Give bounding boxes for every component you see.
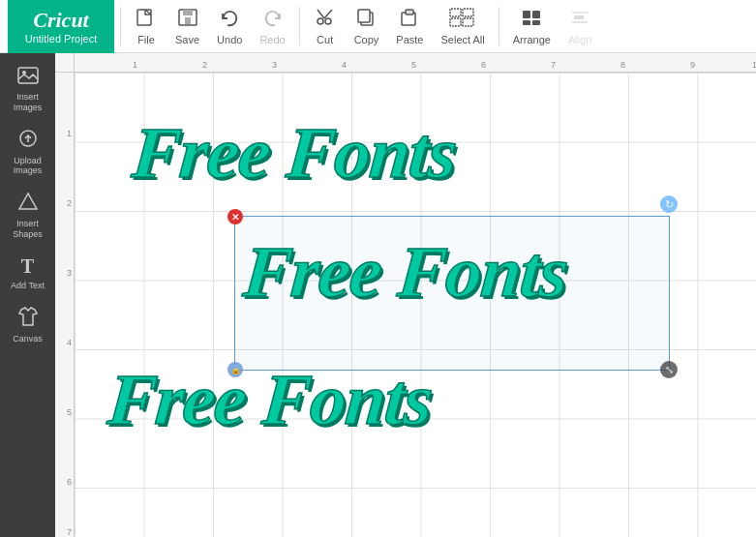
svg-rect-19: [532, 20, 540, 25]
undo-button[interactable]: Undo: [209, 4, 250, 49]
cut-label: Cut: [317, 34, 333, 45]
upload-images-label: Upload Images: [7, 156, 49, 177]
canvas-text-element-1[interactable]: Free Fonts: [129, 111, 459, 194]
insert-images-icon: [17, 67, 39, 89]
svg-marker-27: [19, 194, 37, 209]
separator-2: [299, 7, 300, 45]
sidebar-item-upload-images[interactable]: Upload Images: [3, 123, 53, 183]
separator-3: [499, 7, 499, 45]
canvas-label: Canvas: [13, 334, 43, 344]
svg-rect-14: [450, 18, 461, 26]
svg-rect-3: [185, 17, 191, 24]
file-icon: [136, 8, 157, 32]
canvas-area: 1 2 3 4 5 6 7 8 9 10 1 2 3 4 5 6 7 Free …: [55, 53, 756, 537]
select-all-label: Select All: [441, 34, 485, 45]
ruler-vertical: 1 2 3 4 5 6 7: [55, 73, 75, 537]
svg-rect-12: [450, 9, 461, 16]
svg-rect-16: [523, 11, 530, 18]
copy-button[interactable]: Copy: [347, 4, 387, 49]
canvas-text-element-2[interactable]: Free Fonts: [240, 230, 570, 313]
file-label: File: [137, 34, 155, 45]
insert-shapes-label: Insert Shapes: [7, 219, 49, 240]
cut-icon: [315, 8, 336, 32]
svg-rect-18: [523, 20, 530, 25]
cricut-logo-icon: Cricut: [33, 8, 88, 33]
sidebar-item-add-text[interactable]: T Add Text: [3, 250, 53, 297]
ruler-horizontal: 1 2 3 4 5 6 7 8 9 10: [75, 53, 756, 73]
canvas-grid[interactable]: Free Fonts ✕ ↻ 🔒 ⤡ Free Fonts Free Fonts: [75, 73, 756, 537]
cut-button[interactable]: Cut: [306, 4, 345, 49]
paste-icon: [399, 8, 420, 32]
save-button[interactable]: Save: [167, 4, 207, 49]
redo-button[interactable]: Redo: [252, 4, 292, 49]
undo-label: Undo: [217, 34, 242, 45]
add-text-label: Add Text: [11, 281, 45, 291]
rotate-handle[interactable]: ↻: [660, 195, 678, 213]
arrange-button[interactable]: Arrange: [505, 4, 559, 49]
svg-rect-15: [463, 18, 473, 26]
svg-line-6: [324, 10, 332, 18]
save-label: Save: [175, 34, 199, 45]
svg-rect-21: [574, 15, 584, 19]
paste-button[interactable]: Paste: [388, 4, 431, 49]
insert-shapes-icon: [17, 192, 39, 216]
sidebar-item-insert-images[interactable]: Insert Images: [3, 61, 53, 119]
copy-icon: [356, 8, 378, 32]
redo-icon: [262, 8, 284, 32]
ruler-corner: [55, 53, 75, 73]
main-toolbar: Cricut Untitled Project File Save Undo R…: [0, 0, 756, 53]
project-name-label[interactable]: Untitled Project: [25, 33, 98, 45]
align-icon: [569, 8, 590, 32]
align-button[interactable]: Align: [560, 4, 599, 49]
arrange-label: Arrange: [513, 34, 551, 45]
svg-rect-11: [406, 10, 413, 15]
sidebar-item-insert-shapes[interactable]: Insert Shapes: [3, 186, 53, 246]
select-all-button[interactable]: Select All: [434, 4, 493, 49]
logo-area: Cricut Untitled Project: [8, 0, 114, 53]
arrange-icon: [521, 8, 542, 32]
select-all-icon: [449, 8, 476, 32]
save-icon: [177, 8, 198, 32]
undo-icon: [219, 8, 240, 32]
file-menu-button[interactable]: File: [127, 4, 166, 49]
svg-rect-17: [532, 11, 540, 18]
svg-line-7: [318, 10, 324, 18]
scale-handle[interactable]: ⤡: [660, 361, 678, 378]
separator-1: [120, 7, 121, 45]
svg-rect-13: [463, 9, 473, 16]
copy-label: Copy: [354, 34, 379, 45]
svg-rect-9: [358, 10, 370, 22]
delete-handle[interactable]: ✕: [227, 209, 243, 224]
canvas-text-element-3[interactable]: Free Fonts: [105, 358, 435, 441]
svg-point-5: [325, 18, 331, 24]
align-label: Align: [568, 34, 591, 45]
canvas-icon: [17, 307, 39, 331]
paste-label: Paste: [396, 34, 423, 45]
add-text-icon: T: [21, 255, 34, 278]
left-sidebar: Insert Images Upload Images Insert Shape…: [0, 53, 55, 537]
sidebar-item-canvas[interactable]: Canvas: [3, 301, 53, 350]
redo-label: Redo: [259, 34, 285, 45]
upload-images-icon: [17, 129, 39, 153]
svg-rect-2: [183, 10, 193, 15]
svg-point-4: [318, 18, 323, 24]
insert-images-label: Insert Images: [7, 92, 49, 113]
